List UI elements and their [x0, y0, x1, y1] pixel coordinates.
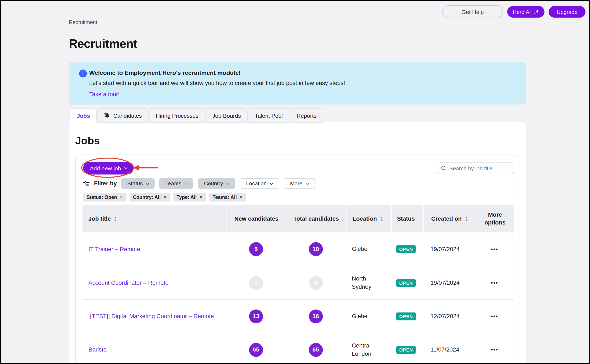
column-label: More options [483, 211, 507, 226]
job-title-link[interactable]: Account Coordinator – Remote [88, 280, 174, 286]
filter-location-dropdown[interactable]: Location [240, 178, 279, 189]
filter-chip-country[interactable]: Country: All ✕ [129, 193, 170, 202]
page-title: Recruitment [69, 37, 137, 51]
location-text: Central London [352, 341, 384, 358]
close-icon[interactable]: ✕ [239, 195, 243, 200]
chevron-down-icon [305, 181, 309, 185]
more-options-button[interactable]: ••• [491, 246, 498, 252]
column-job-title[interactable]: Job title ▲▼ [82, 205, 227, 233]
hero-ai-button[interactable]: Hero AI [507, 6, 544, 18]
new-candidates-count: 13 [249, 309, 263, 323]
column-status: Status [391, 205, 423, 233]
tab-reports-label: Reports [297, 112, 316, 119]
column-label: Status [397, 215, 415, 222]
column-new-candidates: New candidates [227, 205, 285, 233]
column-total-candidates: Total candidates [286, 205, 346, 233]
search-icon [441, 166, 447, 171]
chevron-down-icon [226, 181, 230, 185]
sort-icon: ▲▼ [114, 216, 117, 221]
tab-candidates[interactable]: Candidates [97, 108, 148, 123]
job-title-link[interactable]: IT Trainer – Remote [88, 246, 145, 253]
chevron-down-icon [124, 166, 128, 169]
column-label: Job title [88, 215, 111, 222]
filter-country-dropdown[interactable]: Country [198, 178, 235, 189]
tab-hiring-processes[interactable]: Hiring Processes [149, 108, 205, 123]
tab-jobs[interactable]: Jobs [70, 108, 97, 123]
tab-job-boards-label: Job Boards [212, 112, 241, 119]
jobs-card: Add new job Filter by S [75, 155, 520, 364]
upgrade-label: Upgrade [556, 9, 577, 15]
column-location[interactable]: Location ▲▼ [346, 205, 391, 233]
filter-chip-status[interactable]: Status: Open ✕ [83, 193, 127, 202]
job-search [437, 162, 514, 174]
tab-candidates-label: Candidates [113, 112, 142, 119]
breadcrumb: Recruitment [69, 19, 97, 25]
tab-bar: Jobs Candidates Hiring Processes Job Boa… [70, 108, 324, 123]
filter-teams-dropdown[interactable]: Teams [159, 178, 194, 189]
welcome-banner: i Welcome to Employment Hero's recruitme… [69, 62, 526, 104]
job-title-link[interactable]: Barista [88, 346, 112, 353]
status-badge: OPEN [396, 346, 416, 354]
active-filter-chips: Status: Open ✕ Country: All ✕ Type: All … [83, 193, 246, 202]
chevron-down-icon [270, 181, 273, 185]
filter-chip-teams[interactable]: Teams: All ✕ [209, 193, 246, 202]
get-help-button[interactable]: Get Help [442, 5, 503, 18]
tab-job-boards[interactable]: Job Boards [206, 108, 248, 123]
created-on-date: 19/07/2024 [423, 232, 476, 266]
hero-ai-label: Hero AI [513, 9, 531, 15]
total-candidates-count: 0 [309, 276, 323, 290]
status-badge: OPEN [396, 312, 416, 320]
filter-chip-type[interactable]: Type: All ✕ [173, 193, 206, 202]
tab-talent-pool[interactable]: Talent Pool [248, 108, 289, 123]
location-text: Glebe [352, 245, 384, 254]
jobs-heading: Jobs [75, 135, 100, 147]
filter-by-label: Filter by [94, 180, 117, 187]
filter-country-label: Country [204, 181, 223, 186]
chip-label: Status: Open [87, 195, 117, 200]
sparkles-icon [534, 9, 539, 15]
created-on-date: 19/07/2024 [423, 266, 476, 299]
info-icon: i [79, 70, 87, 77]
created-on-date: 12/07/2024 [423, 300, 476, 333]
tab-reports[interactable]: Reports [290, 108, 323, 123]
total-candidates-count: 16 [309, 309, 323, 323]
location-text: Glebe [352, 312, 384, 320]
job-title-link[interactable]: [[TEST]] Digital Marketing Coordinator –… [88, 313, 219, 320]
table-header: Job title ▲▼ New candidates Total candid… [82, 205, 514, 233]
tab-jobs-label: Jobs [77, 112, 90, 119]
search-input[interactable] [449, 165, 514, 171]
filter-row: Filter by Status Teams Country Location [83, 178, 315, 189]
add-new-job-label: Add new job [90, 165, 121, 171]
filter-more-dropdown[interactable]: More [284, 178, 315, 189]
column-label: Location [353, 215, 377, 222]
status-badge: OPEN [396, 279, 416, 287]
more-options-button[interactable]: ••• [491, 313, 498, 319]
close-icon[interactable]: ✕ [163, 195, 167, 200]
new-candidates-count: 0 [249, 276, 263, 290]
banner-title: Welcome to Employment Hero's recruitment… [89, 70, 241, 76]
chip-label: Type: All [176, 195, 197, 200]
filter-teams-label: Teams [165, 181, 181, 186]
add-new-job-button[interactable]: Add new job [83, 162, 133, 174]
close-icon[interactable]: ✕ [199, 195, 203, 200]
take-a-tour-link[interactable]: Take a tour! [89, 91, 120, 98]
tab-talent-pool-label: Talent Pool [255, 112, 283, 119]
filter-more-label: More [290, 181, 302, 186]
column-created-on[interactable]: Created on ▲▼ [423, 205, 476, 233]
more-options-button[interactable]: ••• [491, 347, 498, 353]
upgrade-button[interactable]: Upgrade [549, 6, 585, 18]
tab-hiring-processes-label: Hiring Processes [156, 112, 199, 119]
chip-label: Teams: All [213, 195, 237, 200]
filter-status-label: Status [127, 181, 143, 186]
total-candidates-count: 10 [309, 242, 323, 256]
recruitment-page: Get Help Hero AI Upgrade Recruitment Rec… [0, 0, 590, 364]
more-options-button[interactable]: ••• [491, 280, 498, 286]
table-row: IT Trainer – Remote 5 10 Glebe OPEN 19/0… [82, 232, 514, 266]
filter-location-label: Location [246, 181, 267, 186]
status-badge: OPEN [396, 245, 416, 253]
close-icon[interactable]: ✕ [120, 195, 123, 200]
column-label: Created on [431, 215, 462, 222]
table-row: [[TEST]] Digital Marketing Coordinator –… [82, 299, 514, 333]
filter-status-dropdown[interactable]: Status [121, 178, 155, 189]
candidates-notification-bell-icon [104, 112, 110, 119]
